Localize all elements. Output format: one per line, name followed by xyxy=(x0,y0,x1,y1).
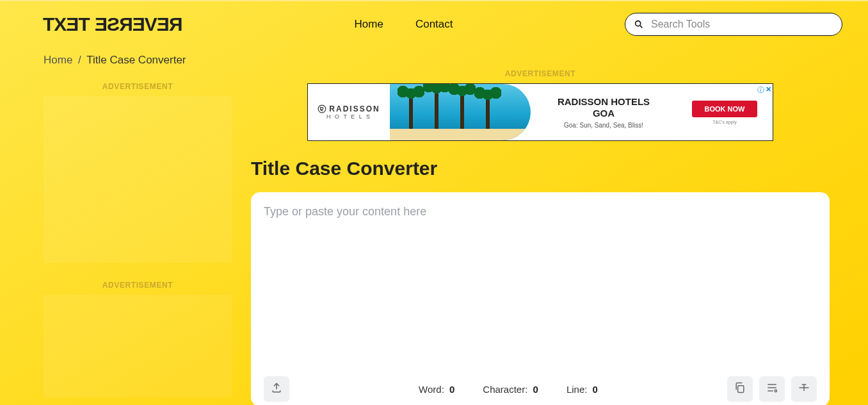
stat-word: Word: 0 xyxy=(419,384,454,395)
ad-terms-text: T&C's apply xyxy=(712,120,737,124)
upload-button[interactable] xyxy=(264,376,289,402)
ad-slot-side-2[interactable] xyxy=(44,295,232,397)
sidebar: ADVERTISEMENT ADVERTISEMENT xyxy=(44,69,232,405)
nav-home[interactable]: Home xyxy=(355,18,383,31)
ad-label-side-2: ADVERTISEMENT xyxy=(44,281,232,290)
ad-hero-image xyxy=(390,84,531,140)
main-content: ADVERTISEMENT RADISSON H O T E L S xyxy=(251,69,830,405)
ad-book-now-button[interactable]: BOOK NOW xyxy=(692,101,758,117)
list-button[interactable] xyxy=(759,376,785,402)
search-icon xyxy=(634,19,644,29)
strikethrough-icon xyxy=(798,381,810,397)
svg-point-7 xyxy=(775,390,776,392)
content-textarea[interactable] xyxy=(264,205,817,372)
svg-line-1 xyxy=(640,26,642,28)
stat-line: Line: 0 xyxy=(567,384,598,395)
nav-contact[interactable]: Contact xyxy=(415,18,453,31)
ad-text-block: RADISSON HOTELS GOA Goa: Sun, Sand, Sea,… xyxy=(531,84,677,140)
breadcrumb-home[interactable]: Home xyxy=(44,54,72,66)
breadcrumb-current: Title Case Converter xyxy=(86,54,186,66)
main-nav: Home Contact xyxy=(182,18,625,31)
breadcrumb: Home / Title Case Converter xyxy=(0,42,868,69)
page-title: Title Case Converter xyxy=(251,158,830,179)
svg-point-0 xyxy=(636,21,641,26)
logo-text-flipped-2: REVERSE xyxy=(95,13,182,35)
copy-icon xyxy=(734,381,746,397)
tool-panel: Word: 0 Character: 0 Line: 0 xyxy=(251,192,830,405)
list-icon xyxy=(766,381,778,397)
breadcrumb-separator: / xyxy=(78,54,81,66)
ad-label-side-1: ADVERTISEMENT xyxy=(44,82,232,91)
leaderboard-ad[interactable]: RADISSON H O T E L S RADISSON HOTELS GOA xyxy=(307,83,773,141)
clear-button[interactable] xyxy=(791,376,817,402)
ad-close-icon[interactable]: ✕ xyxy=(766,85,771,95)
ad-slot-side-1[interactable] xyxy=(44,96,232,263)
site-logo[interactable]: TEXT REVERSE xyxy=(44,13,182,35)
search-wrapper xyxy=(625,13,842,36)
ad-label-top: ADVERTISEMENT xyxy=(251,69,830,78)
ad-brand-logo: RADISSON H O T E L S xyxy=(308,84,390,140)
tool-footer: Word: 0 Character: 0 Line: 0 xyxy=(264,372,817,405)
adchoices-icon[interactable]: ⓘ xyxy=(757,85,764,95)
search-input[interactable] xyxy=(625,13,842,36)
copy-button[interactable] xyxy=(727,376,753,402)
logo-text-flipped: TEXT xyxy=(44,13,90,35)
svg-rect-3 xyxy=(738,386,744,393)
svg-point-2 xyxy=(318,105,326,113)
upload-icon xyxy=(270,381,283,397)
stat-character: Character: 0 xyxy=(483,384,538,395)
